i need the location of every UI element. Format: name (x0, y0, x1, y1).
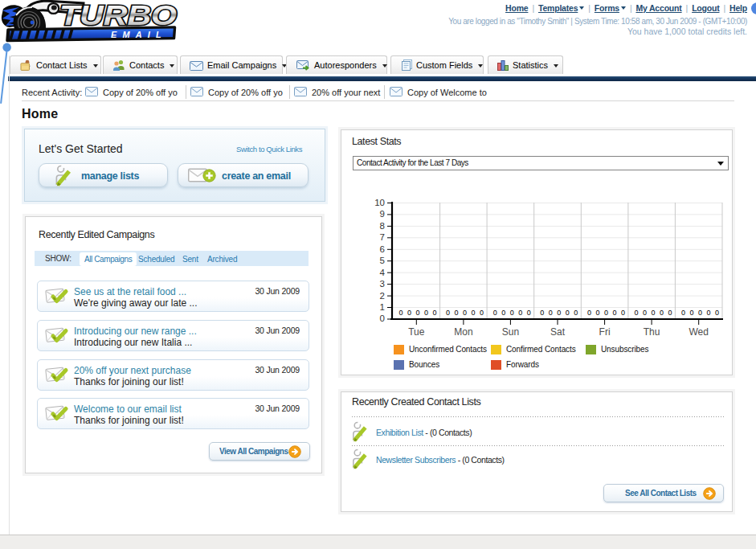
svg-text:0: 0 (380, 313, 385, 323)
svg-text:Wed: Wed (689, 326, 708, 338)
svg-text:0: 0 (660, 309, 664, 317)
svg-text:3: 3 (380, 279, 385, 289)
svg-text:0: 0 (510, 309, 514, 317)
svg-text:0: 0 (698, 309, 702, 317)
svg-text:0: 0 (651, 309, 655, 317)
svg-text:0: 0 (604, 309, 608, 317)
svg-text:0: 0 (407, 309, 411, 317)
svg-text:TURBO: TURBO (59, 0, 177, 31)
svg-text:0: 0 (707, 309, 711, 317)
svg-text:10: 10 (374, 198, 385, 207)
svg-text:0: 0 (566, 309, 570, 317)
svg-text:0: 0 (634, 309, 638, 317)
svg-text:Sat: Sat (550, 326, 566, 338)
svg-text:Tue: Tue (408, 326, 425, 338)
svg-text:0: 0 (480, 309, 484, 317)
svg-text:1: 1 (380, 302, 385, 312)
svg-text:0: 0 (398, 309, 403, 317)
svg-text:5: 5 (380, 256, 385, 265)
svg-text:0: 0 (446, 309, 450, 317)
svg-text:0: 0 (612, 309, 616, 317)
svg-text:0: 0 (668, 309, 672, 317)
svg-text:0: 0 (587, 309, 591, 317)
svg-text:7: 7 (380, 232, 385, 242)
svg-text:0: 0 (690, 309, 694, 317)
svg-text:2: 2 (380, 291, 385, 301)
svg-text:0: 0 (455, 309, 459, 317)
svg-text:0: 0 (681, 309, 685, 317)
svg-text:8: 8 (380, 221, 385, 231)
svg-text:6: 6 (380, 244, 385, 254)
svg-text:0: 0 (463, 309, 467, 317)
svg-text:0: 0 (715, 309, 719, 317)
svg-text:Mon: Mon (454, 326, 472, 338)
svg-text:0: 0 (540, 309, 544, 317)
svg-text:0: 0 (518, 309, 522, 317)
svg-text:0: 0 (549, 309, 553, 317)
svg-text:EMAIL: EMAIL (111, 30, 167, 39)
svg-text:0: 0 (432, 309, 436, 317)
svg-text:0: 0 (574, 309, 578, 317)
svg-text:0: 0 (595, 309, 599, 317)
svg-text:Fri: Fri (599, 326, 611, 338)
svg-text:Thu: Thu (644, 326, 660, 338)
svg-text:0: 0 (415, 309, 419, 317)
svg-text:4: 4 (380, 268, 386, 277)
svg-text:0: 0 (493, 309, 497, 317)
svg-text:0: 0 (501, 309, 505, 317)
svg-text:0: 0 (643, 309, 647, 317)
svg-text:0: 0 (472, 309, 476, 317)
svg-text:0: 0 (424, 309, 428, 317)
svg-text:0: 0 (527, 309, 531, 317)
svg-text:Sun: Sun (502, 326, 519, 338)
svg-text:0: 0 (557, 309, 561, 317)
svg-text:9: 9 (380, 209, 385, 219)
svg-text:0: 0 (621, 309, 625, 317)
